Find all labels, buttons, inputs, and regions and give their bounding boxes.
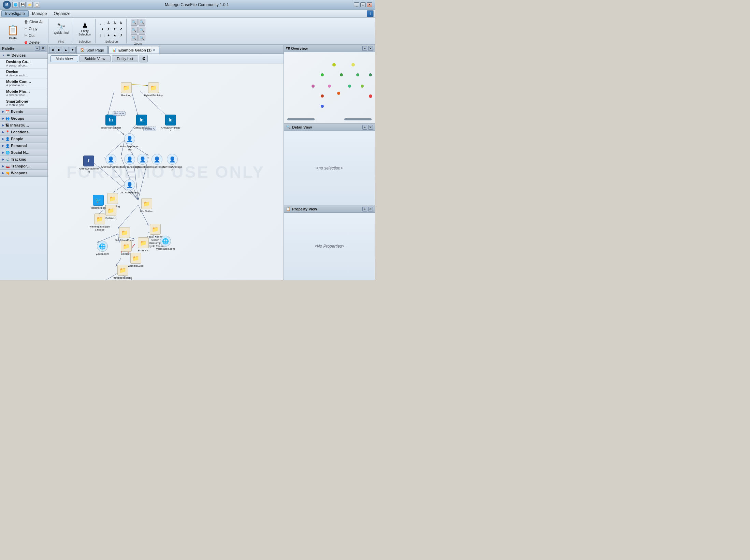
clear-all-button[interactable]: 🗑 Clear All — [22, 19, 45, 25]
view-tab-entity-list[interactable]: Entity List — [112, 55, 139, 62]
graph-node-n28[interactable]: 📁funglepog2landVFor — [113, 265, 133, 280]
detail-close-button[interactable]: ✕ — [368, 125, 373, 130]
palette-cat-infra-header[interactable]: ▶ 🏗 Infrastru… — [0, 122, 47, 129]
tab-close-button[interactable]: ✕ — [153, 48, 156, 52]
property-close-button[interactable]: ✕ — [368, 207, 373, 211]
palette-item-mobile-comp[interactable]: Mobile Com… A portable co… — [0, 78, 47, 88]
zoom-btn-6[interactable]: 🔍 — [139, 34, 145, 41]
graph-node-n9[interactable]: fAndrewFlaghmore — [78, 156, 99, 173]
palette-cat-personal-header[interactable]: ▶ 👤 Personal — [0, 143, 47, 149]
palette-item-desktop[interactable]: Desktop Co… A personal co… — [0, 59, 47, 69]
graph-node-n25[interactable]: 📁Products — [133, 237, 154, 252]
palette-cat-locations-header[interactable]: ▶ 📍 Locations — [0, 129, 47, 135]
sel-btn-1[interactable]: ⋮⋮ — [100, 20, 105, 26]
menu-extra-icon[interactable]: i — [367, 10, 374, 17]
overview-expand-button[interactable]: » — [362, 46, 367, 51]
sel-btn-11[interactable]: ★ — [112, 32, 117, 38]
palette-item-smartphone[interactable]: Smartphone A mobile pho… — [0, 98, 47, 108]
tab-nav-down[interactable]: ▼ — [70, 47, 76, 53]
sel-btn-7[interactable]: ✗ — [112, 26, 117, 32]
view-tab-main[interactable]: Main View — [51, 55, 78, 62]
palette-cat-transport-header[interactable]: ▶ 🚗 Transpor… — [0, 163, 47, 170]
start-page-label: Start Page — [86, 48, 104, 52]
menu-organize[interactable]: Organize — [50, 11, 74, 17]
sel-btn-3[interactable]: A — [112, 20, 117, 26]
graph-node-n15[interactable]: 👤23. Robertparty — [119, 179, 140, 194]
menu-manage[interactable]: Manage — [29, 11, 50, 17]
tab-nav-prev[interactable]: ◀ — [49, 47, 55, 53]
view-tab-extra[interactable]: ⚙ — [140, 55, 148, 62]
graph-node-n14[interactable]: 👤AnhvanAndragon — [162, 154, 183, 172]
palette-item-mobile-phone[interactable]: Mobile Pho… A device whic… — [0, 88, 47, 98]
entity-selection-content: ♟ Entity Selection — [77, 19, 92, 39]
titlebar-icon-3[interactable]: 📁 — [27, 2, 33, 8]
graph-node-n10[interactable]: 👤AndrewFlatmore — [101, 154, 121, 168]
tab-nav-up[interactable]: ▲ — [63, 47, 69, 53]
sel-btn-2[interactable]: A — [106, 20, 111, 26]
social-label: Social N… — [11, 150, 29, 154]
maximize-button[interactable]: □ — [360, 2, 366, 7]
people-icon: 👤 — [5, 137, 10, 141]
devices-icon: 💻 — [6, 54, 10, 57]
graph-node-n19[interactable]: 📁walking.ablagging.house — [89, 213, 110, 231]
sel-btn-12[interactable]: ↺ — [118, 32, 124, 38]
zoom-btn-3[interactable]: 🔍 — [131, 27, 138, 33]
copy-button[interactable]: ✂ Copy — [22, 26, 45, 32]
close-button[interactable]: ✕ — [367, 2, 372, 7]
sel-btn-8[interactable]: ↗ — [118, 26, 124, 32]
graph-node-n1[interactable]: 📁Ranking — [116, 82, 136, 97]
delete-button[interactable]: ⊖ Delete — [22, 39, 45, 45]
tab-start-page[interactable]: 🏠 Start Page — [76, 46, 108, 54]
palette-item-device[interactable]: Device A device such… — [0, 69, 47, 78]
view-tab-bubble[interactable]: Bubble View — [80, 55, 111, 62]
palette-category-events: ▶ 📅 Events — [0, 108, 47, 115]
node-label-n25: Products — [138, 249, 149, 252]
zoom-btn-2[interactable]: 🔍 — [139, 19, 145, 26]
palette-cat-weapons-header[interactable]: ▶ 🔫 Weapons — [0, 170, 47, 176]
property-expand-button[interactable]: » — [362, 207, 367, 211]
sel-btn-6[interactable]: ✗ — [106, 26, 111, 32]
palette-cat-groups-header[interactable]: ▶ 👥 Groups — [0, 115, 47, 122]
palette-pin-button[interactable]: « — [35, 46, 40, 51]
graph-node-n3[interactable]: inToddFrancolingh — [101, 115, 121, 129]
infra-icon: 🏗 — [5, 123, 9, 127]
palette-cat-devices-header[interactable]: ▼ 💻 Devices — [0, 52, 47, 59]
minimize-button[interactable]: _ — [354, 2, 359, 7]
sel-btn-5[interactable]: ✦ — [100, 26, 105, 32]
titlebar-icon-1[interactable]: 🌐 — [12, 2, 18, 8]
tab-nav-next[interactable]: ▶ — [56, 47, 62, 53]
tab-example-graph[interactable]: 📊 Example Graph (1) ✕ — [109, 46, 159, 54]
zoom-btn-4[interactable]: 🔍 — [139, 27, 145, 33]
graph-node-n23[interactable]: 🌐y.dear.com — [92, 241, 113, 255]
palette-cat-tracking-header[interactable]: ▶ 📡 Tracking — [0, 156, 47, 163]
cut-button[interactable]: ✂ Cut — [22, 32, 45, 39]
graph-node-n26[interactable]: 🌐yksm.alice.com — [155, 236, 176, 250]
graph-node-n7[interactable]: Portal A — [113, 111, 126, 116]
graph-node-n8[interactable]: Portal A — [143, 127, 156, 131]
graph-node-n5[interactable]: inAnhvanAndragon — [160, 115, 181, 132]
palette-close-button[interactable]: ✕ — [41, 46, 45, 51]
graph-node-n6[interactable]: 👤Brannexphonecalls — [119, 133, 140, 151]
titlebar-icon-2[interactable]: 💾 — [19, 2, 26, 8]
palette-cat-social-header[interactable]: ▶ 🌐 Social N… — [0, 149, 47, 156]
graph-node-n2[interactable]: 📁Hybrid/Tabletop — [143, 82, 164, 97]
zoom-btn-5[interactable]: 🔍 — [131, 34, 138, 41]
quick-find-button[interactable]: 🔭 Quick Find — [53, 23, 70, 35]
menu-investigate[interactable]: Investigate — [1, 10, 29, 17]
sel-btn-4[interactable]: A — [118, 20, 124, 26]
graph-node-n20[interactable]: 📁FilePlaillon — [136, 198, 157, 213]
detail-expand-button[interactable]: » — [362, 125, 367, 130]
graph-canvas[interactable]: FOR DEMO USE ONLY — [48, 63, 284, 280]
sel-btn-10[interactable]: ✦ — [106, 32, 111, 38]
paste-button[interactable]: 📋 Paste — [5, 24, 20, 41]
node-label-n14: AnhvanAndragon — [162, 165, 183, 172]
entity-selection-button[interactable]: ♟ Entity Selection — [77, 21, 92, 37]
titlebar-icon-4[interactable]: 📋 — [34, 2, 40, 8]
content-area: ◀ ▶ ▲ ▼ 🏠 Start Page 📊 Example Graph (1)… — [48, 45, 284, 280]
detail-content: <no selection> — [284, 131, 375, 205]
sel-btn-9[interactable]: ⋮⋮ — [100, 32, 105, 38]
palette-cat-people-header[interactable]: ▶ 👤 People — [0, 136, 47, 142]
palette-cat-events-header[interactable]: ▶ 📅 Events — [0, 108, 47, 115]
overview-close-button[interactable]: ✕ — [368, 46, 373, 51]
zoom-btn-1[interactable]: 🔍 — [131, 19, 138, 26]
